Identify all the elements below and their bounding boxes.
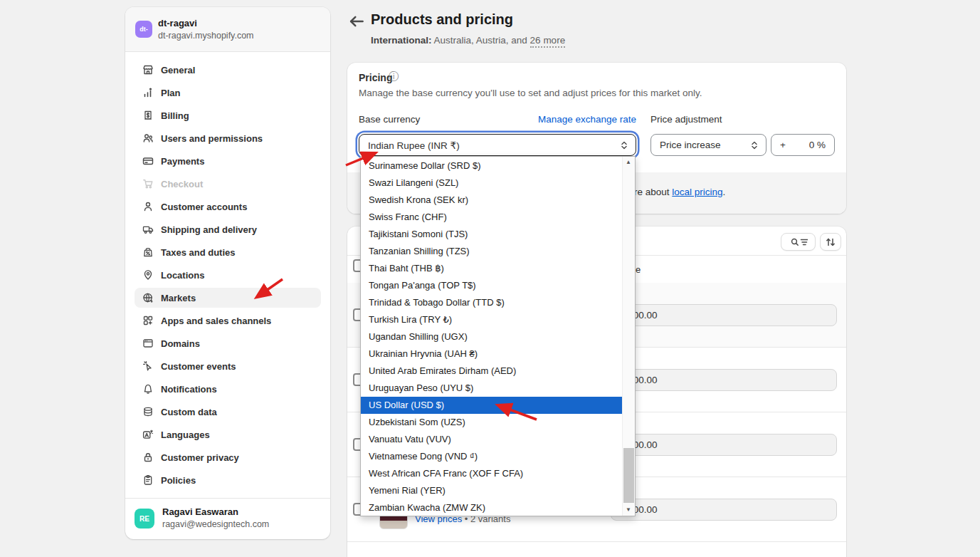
search-filter-icon	[789, 236, 808, 248]
policies-icon	[142, 474, 154, 486]
currency-option[interactable]: Tajikistani Somoni (TJS)	[361, 226, 623, 243]
person-icon	[142, 201, 154, 212]
currency-option[interactable]: Yemeni Rial (YER)	[361, 482, 623, 499]
dropdown-scrollbar[interactable]	[622, 157, 635, 516]
sidebar-item-label: Notifications	[161, 384, 217, 395]
price-adjustment-value: Price increase	[651, 140, 749, 150]
currency-option[interactable]: Zambian Kwacha (ZMW ZK)	[361, 499, 623, 516]
sidebar-item-payments[interactable]: Payments	[135, 151, 321, 171]
sidebar-item-taxes-and-duties[interactable]: Taxes and duties	[135, 242, 321, 262]
currency-option[interactable]: Swedish Krona (SEK kr)	[361, 192, 623, 209]
price-input[interactable]	[611, 369, 837, 391]
currency-option[interactable]: Tanzanian Shilling (TZS)	[361, 243, 623, 260]
price-input[interactable]	[611, 499, 837, 521]
price-adjustment-label: Price adjustment	[650, 114, 722, 125]
app-root: dt- dt-ragavi dt-ragavi.myshopify.com Ge…	[0, 0, 980, 557]
sidebar-item-label: Payments	[161, 156, 204, 167]
domains-icon	[142, 338, 154, 349]
apps-icon	[142, 315, 154, 326]
price-input[interactable]	[611, 304, 837, 326]
sidebar-item-custom-data[interactable]: Custom data	[135, 402, 321, 422]
manage-exchange-rate-link[interactable]: Manage exchange rate	[538, 114, 636, 125]
sidebar-item-shipping-and-delivery[interactable]: Shipping and delivery	[135, 219, 321, 239]
sidebar-item-markets[interactable]: Markets	[135, 288, 321, 308]
bell-icon	[142, 383, 154, 395]
sidebar-item-users-and-permissions[interactable]: Users and permissions	[135, 128, 321, 148]
more-countries-link[interactable]: 26 more	[530, 35, 566, 48]
currency-option[interactable]: Uruguayan Peso (UYU $)	[361, 380, 623, 397]
price-adjustment-select[interactable]: Price increase	[650, 134, 766, 156]
sidebar-item-notifications[interactable]: Notifications	[135, 379, 321, 399]
scroll-up-icon[interactable]	[623, 157, 634, 168]
currency-option[interactable]: Uzbekistani Som (UZS)	[361, 414, 623, 431]
checkout-icon	[142, 178, 154, 189]
search-filter-button[interactable]	[781, 233, 816, 251]
sidebar-item-policies[interactable]: Policies	[135, 470, 321, 490]
currency-option[interactable]: Surinamese Dollar (SRD $)	[361, 157, 623, 175]
sidebar-item-apps-and-sales-channels[interactable]: Apps and sales channels	[135, 311, 321, 330]
currency-option[interactable]: Swiss Franc (CHF)	[361, 209, 623, 226]
currency-option[interactable]: Swazi Lilangeni (SZL)	[361, 175, 623, 192]
scroll-down-icon[interactable]	[623, 504, 634, 516]
user-card[interactable]: RE Ragavi Easwaran ragavi@wedesigntech.c…	[125, 498, 330, 539]
store-avatar: dt-	[135, 21, 152, 38]
sidebar-item-general[interactable]: General	[135, 60, 321, 80]
local-pricing-link[interactable]: local pricing	[672, 187, 722, 197]
sidebar-item-label: Custom data	[161, 407, 217, 417]
currency-option[interactable]: Vanuatu Vatu (VUV)	[361, 431, 623, 448]
banner-fragment: re about	[634, 187, 672, 197]
plan-icon	[142, 87, 154, 98]
sidebar-item-languages[interactable]: Languages	[135, 425, 321, 444]
currency-option[interactable]: Turkish Lira (TRY ₺)	[361, 311, 623, 328]
base-currency-select[interactable]: Indian Rupee (INR ₹)	[359, 134, 636, 156]
user-avatar: RE	[135, 509, 154, 529]
sidebar-item-label: Markets	[161, 293, 196, 303]
select-updown-icon	[619, 140, 629, 150]
banner-text: re about local pricing.	[634, 187, 725, 197]
sidebar-item-label: Apps and sales channels	[161, 316, 271, 326]
currency-option[interactable]: Vietnamese Dong (VND ₫)	[361, 448, 623, 465]
sidebar-item-customer-events[interactable]: Customer events	[135, 356, 321, 376]
sidebar-item-locations[interactable]: Locations	[135, 265, 321, 285]
currency-option[interactable]: Thai Baht (THB ฿)	[361, 260, 623, 277]
currency-option[interactable]: Ukrainian Hryvnia (UAH ₴)	[361, 345, 623, 363]
page-subtitle: International: Australia, Austria, and 2…	[371, 35, 565, 46]
location-icon	[142, 269, 154, 281]
sidebar-item-billing[interactable]: Billing	[135, 105, 321, 125]
price-input[interactable]	[611, 434, 837, 456]
currency-option[interactable]: US Dollar (USD $)	[361, 397, 623, 414]
adjustment-percent-input[interactable]: + 0 %	[771, 134, 835, 156]
languages-icon	[142, 429, 154, 440]
sidebar-item-checkout[interactable]: Checkout	[135, 174, 321, 194]
store-card[interactable]: dt- dt-ragavi dt-ragavi.myshopify.com	[125, 7, 330, 52]
currency-option[interactable]: Trinidad & Tobago Dollar (TTD $)	[361, 294, 623, 311]
sidebar-item-label: Customer accounts	[161, 202, 247, 212]
sidebar-item-label: Domains	[161, 338, 200, 349]
info-icon[interactable]: ⓘ	[389, 71, 399, 83]
sidebar-item-label: Policies	[161, 475, 196, 486]
scrollbar-thumb[interactable]	[623, 448, 634, 503]
users-icon	[142, 132, 154, 144]
currency-option[interactable]: United Arab Emirates Dirham (AED)	[361, 363, 623, 380]
pricing-card-title: Pricing	[359, 72, 392, 83]
subtitle-countries: Australia, Austria, and	[432, 35, 530, 46]
settings-sidebar: dt- dt-ragavi dt-ragavi.myshopify.com Ge…	[125, 7, 330, 539]
customdata-icon	[142, 406, 154, 417]
back-arrow-icon[interactable]	[348, 14, 364, 29]
sort-button[interactable]	[820, 233, 841, 251]
sort-icon	[825, 236, 836, 248]
sidebar-item-label: General	[161, 65, 195, 76]
sidebar-item-domains[interactable]: Domains	[135, 333, 321, 353]
store-name: dt-ragavi	[158, 18, 197, 28]
sidebar-item-customer-accounts[interactable]: Customer accounts	[135, 197, 321, 217]
sidebar-item-customer-privacy[interactable]: Customer privacy	[135, 447, 321, 467]
sidebar-item-plan[interactable]: Plan	[135, 83, 321, 103]
currency-option[interactable]: West African CFA Franc (XOF F CFA)	[361, 465, 623, 482]
currency-option[interactable]: Tongan Pa'anga (TOP T$)	[361, 277, 623, 294]
store-icon	[142, 64, 154, 76]
sidebar-nav: GeneralPlanBillingUsers and permissionsP…	[135, 60, 321, 493]
events-icon	[142, 360, 154, 372]
sidebar-item-label: Billing	[161, 110, 189, 121]
currency-option[interactable]: Ugandan Shilling (UGX)	[361, 328, 623, 345]
markets-icon	[142, 292, 154, 303]
